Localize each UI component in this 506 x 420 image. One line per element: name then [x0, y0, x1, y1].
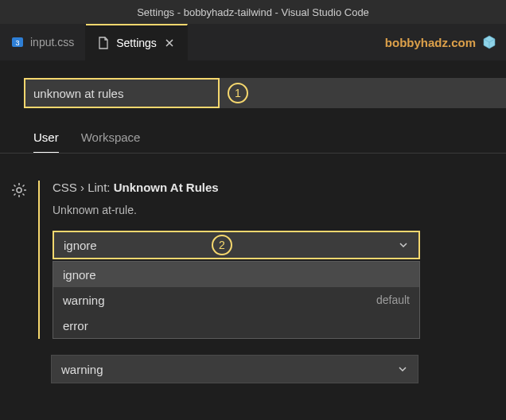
settings-editor: 1 User Workspace CSS › Lint: Unknown At …	[0, 60, 506, 383]
setting-breadcrumb: CSS › Lint:	[53, 181, 111, 194]
svg-text:3: 3	[15, 39, 19, 47]
option-label: warning	[63, 294, 105, 307]
default-label: default	[376, 294, 410, 306]
tab-label: Settings	[116, 37, 157, 49]
setting-dropdown: ignore warning default error	[53, 261, 420, 339]
scope-tab-workspace[interactable]: Workspace	[81, 130, 141, 153]
chevron-down-icon	[398, 239, 409, 251]
option-label: ignore	[63, 268, 96, 282]
tab-input-css[interactable]: 3 input.css	[0, 24, 86, 60]
dropdown-option-error[interactable]: error	[53, 313, 419, 338]
setting-row: CSS › Lint: Unknown At Rules Unknown at-…	[0, 154, 506, 339]
setting-title: CSS › Lint: Unknown At Rules	[53, 181, 506, 194]
window-title: Settings - bobbyhadz-tailwind - Visual S…	[137, 6, 369, 18]
setting-name: Unknown At Rules	[114, 181, 219, 194]
scope-tab-user[interactable]: User	[33, 130, 59, 153]
secondary-select-row: warning	[0, 355, 506, 383]
brand-link[interactable]: bobbyhadz.com	[385, 24, 496, 60]
select-value: warning	[61, 363, 103, 376]
chevron-down-icon	[397, 364, 408, 375]
scope-tabs: User Workspace	[0, 108, 506, 154]
settings-file-icon	[97, 37, 110, 49]
brand-text: bobbyhadz.com	[385, 36, 476, 49]
tab-settings[interactable]: Settings	[86, 24, 188, 60]
secondary-select[interactable]: warning	[51, 355, 418, 383]
close-icon[interactable]	[163, 37, 176, 49]
search-row: 1	[0, 60, 506, 108]
setting-select[interactable]: ignore	[53, 231, 420, 259]
option-label: error	[63, 319, 88, 332]
tab-bar: 3 input.css Settings bobbyhadz.com	[0, 24, 506, 60]
dropdown-option-warning[interactable]: warning default	[53, 287, 419, 313]
setting-select-wrap: ignore 2 ignore warning default	[53, 231, 506, 339]
css-file-icon: 3	[11, 36, 24, 49]
setting-description: Unknown at-rule.	[53, 204, 506, 216]
annotation-1: 1	[228, 83, 248, 103]
settings-search-input[interactable]	[24, 78, 220, 108]
dropdown-option-ignore[interactable]: ignore	[53, 262, 419, 287]
annotation-2: 2	[212, 235, 232, 255]
window-titlebar: Settings - bobbyhadz-tailwind - Visual S…	[0, 0, 506, 24]
tab-label: input.css	[30, 36, 74, 49]
svg-point-2	[17, 188, 21, 192]
cube-icon	[482, 35, 496, 49]
setting-body: CSS › Lint: Unknown At Rules Unknown at-…	[38, 181, 506, 339]
gear-icon[interactable]	[11, 182, 27, 198]
select-value: ignore	[64, 239, 97, 252]
